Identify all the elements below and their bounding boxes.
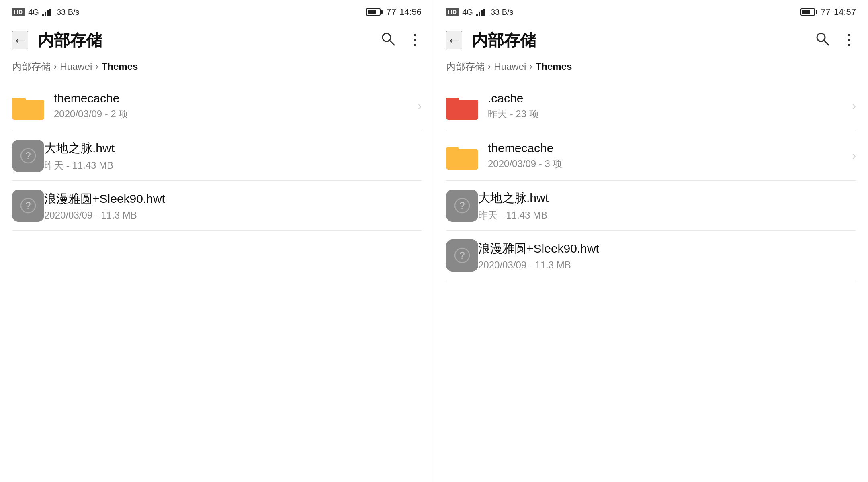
menu-button-left[interactable]: ⋮ <box>407 32 422 49</box>
svg-text:?: ? <box>459 200 465 211</box>
battery-fill-left <box>368 10 376 14</box>
svg-rect-8 <box>12 100 44 120</box>
panel-left: HD 4G 33 B/s 77 14:56 ← 内部存储 <box>0 0 434 482</box>
svg-text:?: ? <box>25 150 31 161</box>
back-button-right[interactable]: ← <box>446 31 462 49</box>
signal-icon-left <box>42 8 53 16</box>
status-right-right: 77 14:57 <box>800 7 856 17</box>
file-info-right-4: 浪漫雅圆+Sleek90.hwt 2020/03/09 - 11.3 MB <box>478 241 856 271</box>
file-name-right-3: 大地之脉.hwt <box>478 190 856 206</box>
svg-rect-3 <box>49 9 51 16</box>
network-right: 4G <box>462 8 473 17</box>
file-info-left-3: 浪漫雅圆+Sleek90.hwt 2020/03/09 - 11.3 MB <box>44 191 422 221</box>
battery-level-left: 77 <box>386 7 396 17</box>
breadcrumb-huawei-left[interactable]: Huawei <box>60 61 92 72</box>
battery-fill-right <box>802 10 810 14</box>
breadcrumb-storage-right[interactable]: 内部存储 <box>446 60 485 73</box>
file-meta-right-2: 2020/03/09 - 3 项 <box>488 157 848 170</box>
folder-icon-right-2 <box>446 140 478 172</box>
breadcrumb-huawei-right[interactable]: Huawei <box>494 61 526 72</box>
file-info-right-3: 大地之脉.hwt 昨天 - 11.43 MB <box>478 190 856 222</box>
search-button-left[interactable] <box>381 31 395 49</box>
status-bar-right: HD 4G 33 B/s 77 14:57 <box>434 0 868 24</box>
hwt-icon-left-3: ? <box>12 190 44 222</box>
file-name-right-2: themecache <box>488 141 848 155</box>
file-meta-right-3: 昨天 - 11.43 MB <box>478 209 856 222</box>
file-info-left-2: 大地之脉.hwt 昨天 - 11.43 MB <box>44 140 422 172</box>
header-right-left-section: ← 内部存储 <box>446 29 536 51</box>
battery-level-right: 77 <box>821 7 830 17</box>
svg-rect-23 <box>446 98 459 102</box>
network-left: 4G <box>28 8 39 17</box>
file-info-right-1: .cache 昨天 - 23 项 <box>488 92 848 120</box>
svg-line-5 <box>390 41 394 45</box>
status-right-left: 77 14:56 <box>366 7 422 17</box>
battery-tip-right <box>816 10 817 14</box>
back-button-left[interactable]: ← <box>12 31 28 49</box>
time-left: 14:56 <box>399 7 422 17</box>
header-right-right-section: ⋮ <box>815 31 856 49</box>
file-meta-left-2: 昨天 - 11.43 MB <box>44 159 422 172</box>
list-item[interactable]: ? 浪漫雅圆+Sleek90.hwt 2020/03/09 - 11.3 MB <box>434 231 868 280</box>
file-meta-left-3: 2020/03/09 - 11.3 MB <box>44 210 422 221</box>
svg-rect-17 <box>483 9 485 16</box>
status-left-left: HD 4G 33 B/s <box>12 8 80 17</box>
file-list-right: .cache 昨天 - 23 项 › themecache 2020/03/09… <box>434 81 868 482</box>
header-left-section: ← 内部存储 <box>12 29 102 51</box>
folder-icon-right-1 <box>446 90 478 122</box>
svg-rect-15 <box>479 12 480 16</box>
svg-rect-9 <box>12 98 25 102</box>
file-info-right-2: themecache 2020/03/09 - 3 项 <box>488 141 848 170</box>
svg-rect-0 <box>42 14 44 16</box>
breadcrumb-storage-left[interactable]: 内部存储 <box>12 60 51 73</box>
list-item[interactable]: themecache 2020/03/09 - 2 项 › <box>0 81 434 131</box>
search-button-right[interactable] <box>815 31 829 49</box>
question-icon-left-3: ? <box>20 198 36 214</box>
file-name-left-2: 大地之脉.hwt <box>44 140 422 157</box>
folder-icon-left-1 <box>12 90 44 122</box>
data-speed-left: 33 B/s <box>57 8 80 17</box>
question-icon-right-3: ? <box>454 198 470 214</box>
battery-icon-left <box>366 8 383 16</box>
list-item[interactable]: ? 浪漫雅圆+Sleek90.hwt 2020/03/09 - 11.3 MB <box>0 181 434 231</box>
header-left: ← 内部存储 ⋮ <box>0 24 434 56</box>
page-title-right: 内部存储 <box>472 29 536 51</box>
hwt-icon-left-2: ? <box>12 140 44 172</box>
list-item[interactable]: ? 大地之脉.hwt 昨天 - 11.43 MB <box>434 181 868 231</box>
folder-red-icon-right-1 <box>446 92 478 120</box>
file-name-left-3: 浪漫雅圆+Sleek90.hwt <box>44 191 422 207</box>
breadcrumb-themes-left: Themes <box>102 61 138 72</box>
breadcrumb-right: 内部存储 › Huawei › Themes <box>434 56 868 81</box>
svg-rect-26 <box>446 149 478 170</box>
breadcrumb-themes-right: Themes <box>536 61 572 72</box>
breadcrumb-sep2-right: › <box>529 61 532 72</box>
list-item[interactable]: ? 大地之脉.hwt 昨天 - 11.43 MB <box>0 131 434 181</box>
menu-button-right[interactable]: ⋮ <box>841 32 856 49</box>
breadcrumb-sep1-left: › <box>54 61 57 72</box>
list-item[interactable]: .cache 昨天 - 23 项 › <box>434 81 868 131</box>
hwt-icon-right-4: ? <box>446 239 478 272</box>
svg-text:?: ? <box>25 200 31 211</box>
chevron-right-left-1: › <box>418 100 422 112</box>
search-icon-right <box>815 31 829 46</box>
svg-text:?: ? <box>459 250 465 261</box>
chevron-right-right-2: › <box>852 149 856 162</box>
svg-line-19 <box>824 41 829 45</box>
battery-tip-left <box>381 10 383 14</box>
hd-badge-left: HD <box>12 8 25 16</box>
svg-rect-16 <box>481 10 483 16</box>
file-name-right-4: 浪漫雅圆+Sleek90.hwt <box>478 241 856 257</box>
breadcrumb-left: 内部存储 › Huawei › Themes <box>0 56 434 81</box>
header-right-section: ⋮ <box>381 31 422 49</box>
time-right: 14:57 <box>834 7 856 17</box>
question-icon-right-4: ? <box>454 247 470 263</box>
svg-rect-22 <box>446 100 478 120</box>
battery-icon-right <box>800 8 817 16</box>
list-item[interactable]: themecache 2020/03/09 - 3 项 › <box>434 131 868 181</box>
signal-icon-right <box>476 8 487 16</box>
file-meta-right-1: 昨天 - 23 项 <box>488 108 848 120</box>
search-icon-left <box>381 31 395 46</box>
folder-yellow-icon-right-2 <box>446 142 478 170</box>
file-info-left-1: themecache 2020/03/09 - 2 项 <box>54 92 414 120</box>
file-meta-right-4: 2020/03/09 - 11.3 MB <box>478 259 856 271</box>
